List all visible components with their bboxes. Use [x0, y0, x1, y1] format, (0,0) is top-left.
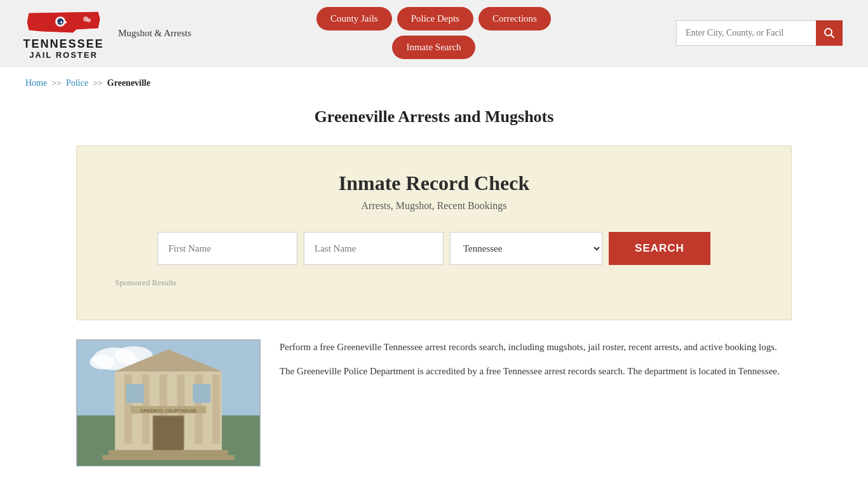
breadcrumb-sep2: >>	[93, 78, 102, 88]
header-search-area	[676, 20, 843, 46]
content-para2: The Greeneville Police Department is acc…	[280, 363, 792, 380]
record-check-title: Inmate Record Check	[115, 172, 753, 195]
svg-rect-24	[126, 384, 144, 403]
search-icon	[824, 27, 835, 39]
svg-text:GREENCO. COURTHOUSE: GREENCO. COURTHOUSE	[140, 409, 196, 413]
content-para1: Perform a free Greeneville Tennessee arr…	[280, 339, 792, 356]
last-name-input[interactable]	[304, 232, 444, 265]
breadcrumb-home[interactable]: Home	[25, 78, 47, 88]
mugshot-arrests-label: Mugshot & Arrests	[118, 28, 191, 39]
content-section: GREENCO. COURTHOUSE Perform a free Green…	[0, 339, 868, 488]
courthouse-image: GREENCO. COURTHOUSE	[76, 339, 261, 466]
breadcrumb-police[interactable]: Police	[66, 78, 88, 88]
logo-text: TENNESSEE JAIL ROSTER	[23, 38, 104, 60]
svg-point-12	[90, 355, 115, 370]
svg-rect-25	[193, 384, 211, 403]
site-logo: ✦✦✦ TENNESSEE JAIL ROSTER	[25, 6, 102, 60]
record-check-box: Inmate Record Check Arrests, Mugshot, Re…	[76, 146, 792, 320]
svg-rect-23	[154, 417, 183, 452]
courthouse-svg: GREENCO. COURTHOUSE	[77, 340, 260, 466]
svg-line-7	[831, 35, 834, 38]
svg-text:✦✦✦: ✦✦✦	[55, 20, 68, 25]
record-check-subtitle: Arrests, Mugshot, Recent Bookings	[115, 200, 753, 212]
first-name-input[interactable]	[158, 232, 297, 265]
svg-rect-28	[109, 450, 228, 455]
state-select[interactable]: Tennessee Alabama Georgia Kentucky Virgi…	[450, 232, 602, 265]
record-check-form: Tennessee Alabama Georgia Kentucky Virgi…	[115, 232, 753, 265]
nav-row-1: County Jails Police Depts Corrections	[316, 7, 551, 30]
corrections-button[interactable]: Corrections	[478, 7, 551, 30]
record-search-button[interactable]: SEARCH	[609, 232, 710, 265]
inmate-search-button[interactable]: Inmate Search	[392, 36, 475, 59]
header-search-input[interactable]	[676, 20, 816, 46]
header-search-button[interactable]	[816, 20, 843, 46]
logo-tennessee: TENNESSEE	[23, 38, 104, 51]
county-jails-button[interactable]: County Jails	[316, 7, 392, 30]
main-nav: County Jails Police Depts Corrections In…	[316, 7, 551, 59]
content-text: Perform a free Greeneville Tennessee arr…	[280, 339, 792, 387]
svg-rect-29	[102, 455, 234, 460]
breadcrumb: Home >> Police >> Greeneville	[0, 67, 868, 95]
svg-point-5	[87, 18, 91, 22]
logo-jail-roster: JAIL ROSTER	[29, 51, 98, 60]
logo-area: ✦✦✦ TENNESSEE JAIL ROSTER Mugshot & Arre…	[25, 6, 191, 60]
tn-state-icon: ✦✦✦	[25, 6, 102, 38]
nav-row-2: Inmate Search	[392, 36, 475, 59]
site-header: ✦✦✦ TENNESSEE JAIL ROSTER Mugshot & Arre…	[0, 0, 868, 67]
breadcrumb-sep1: >>	[52, 78, 62, 88]
page-title-section: Greeneville Arrests and Mugshots	[0, 95, 868, 146]
sponsored-label: Sponsored Results	[115, 278, 753, 288]
page-title: Greeneville Arrests and Mugshots	[25, 107, 843, 126]
svg-rect-21	[212, 375, 220, 444]
breadcrumb-current: Greeneville	[107, 78, 151, 88]
police-depts-button[interactable]: Police Depts	[397, 7, 473, 30]
